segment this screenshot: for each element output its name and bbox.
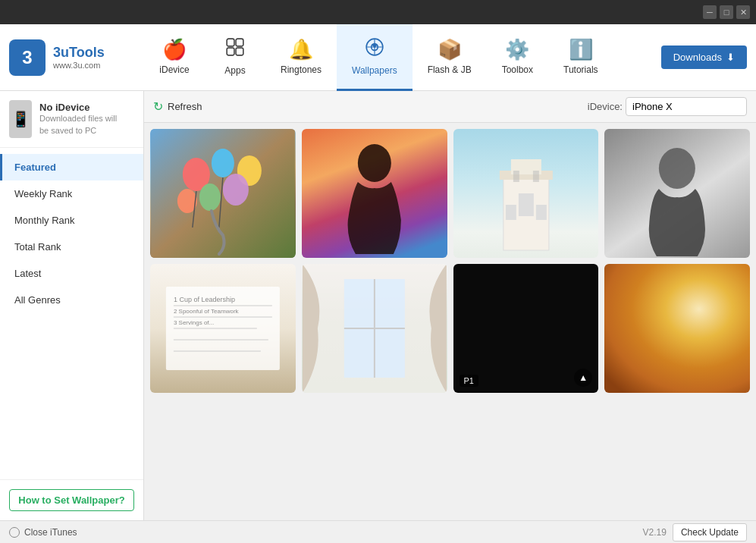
title-bar-controls: ─ □ ✕ (703, 5, 750, 19)
svg-rect-20 (532, 171, 538, 182)
device-select-dropdown[interactable]: iPhone X iPhone 8 iPhone 7 iPhone 6s iPa… (626, 97, 747, 116)
svg-text:3 Servings of...: 3 Servings of... (174, 319, 214, 326)
header-right: Downloads ⬇ (652, 46, 756, 69)
svg-text:1 Cup of Leadership: 1 Cup of Leadership (174, 296, 235, 303)
wallpaper-item-6[interactable] (302, 264, 447, 393)
tab-wallpapers-label: Wallpapers (352, 65, 397, 76)
page-indicator: P1 (460, 375, 478, 387)
sidebar-item-total-rank[interactable]: Total Rank (0, 234, 143, 260)
logo-area: 3 3uTools www.3u.com (0, 39, 144, 76)
svg-rect-0 (227, 39, 234, 46)
wallpaper-img-3 (453, 129, 599, 258)
tab-ringtones-label: Ringtones (281, 64, 322, 75)
refresh-button[interactable]: ↻ Refresh (153, 99, 202, 114)
how-to-wallpaper-link[interactable]: How to Set Wallpaper? (9, 489, 134, 511)
status-bar: Close iTunes V2.19 Check Update (0, 520, 756, 543)
app-url: www.3u.com (53, 61, 105, 70)
close-button[interactable]: ✕ (736, 5, 750, 19)
content-area: ↻ Refresh iDevice: iPhone X iPhone 8 iPh… (144, 91, 756, 520)
tab-apps[interactable]: Apps (205, 24, 265, 91)
tab-tutorials-label: Tutorials (563, 64, 598, 75)
device-info: 📱 No iDevice Downloaded files willbe sav… (0, 91, 143, 148)
tab-idevice-label: iDevice (159, 64, 189, 75)
wallpaper-img-6 (302, 264, 447, 393)
tab-wallpapers[interactable]: Wallpapers (337, 24, 413, 91)
svg-rect-1 (236, 39, 243, 46)
wallpaper-item-2[interactable] (302, 129, 447, 258)
wallpaper-img-1 (150, 129, 296, 258)
downloads-icon: ⬇ (726, 52, 735, 63)
tab-apps-label: Apps (224, 65, 245, 76)
close-itunes-area[interactable]: Close iTunes (9, 527, 77, 538)
svg-point-25 (659, 148, 695, 189)
flash-icon: 📦 (438, 38, 462, 61)
svg-point-14 (358, 144, 391, 182)
app-title: 3uTools (53, 45, 105, 61)
content-toolbar: ↻ Refresh iDevice: iPhone X iPhone 8 iPh… (144, 91, 756, 123)
sidebar-item-weekly-rank[interactable]: Weekly Rank (0, 180, 143, 207)
wallpaper-item-3[interactable] (453, 129, 599, 258)
title-bar: ─ □ ✕ (0, 0, 756, 24)
downloads-button[interactable]: Downloads ⬇ (661, 46, 747, 69)
svg-rect-2 (227, 48, 234, 55)
svg-rect-21 (518, 193, 533, 216)
nav-tabs: 🍎 iDevice Apps 🔔 Ringtones (144, 24, 652, 91)
svg-rect-3 (236, 48, 243, 55)
toolbox-icon: ⚙️ (505, 38, 529, 61)
sidebar-footer: How to Set Wallpaper? (0, 479, 143, 520)
sidebar: 📱 No iDevice Downloaded files willbe sav… (0, 91, 144, 520)
minimize-button[interactable]: ─ (703, 5, 717, 19)
sidebar-nav: Featured Weekly Rank Monthly Rank Total … (0, 148, 143, 479)
tab-toolbox-label: Toolbox (502, 64, 533, 75)
downloads-label: Downloads (673, 52, 722, 63)
svg-point-11 (223, 174, 249, 206)
wallpaper-grid: 1 Cup of Leadership 2 Spoonful of Teamwo… (144, 123, 756, 520)
main-content: 📱 No iDevice Downloaded files willbe sav… (0, 91, 756, 520)
sidebar-item-all-genres[interactable]: All Genres (0, 287, 143, 313)
device-select-area: iDevice: iPhone X iPhone 8 iPhone 7 iPho… (588, 97, 747, 116)
apps-icon (225, 37, 245, 62)
wallpaper-img-5: 1 Cup of Leadership 2 Spoonful of Teamwo… (150, 264, 296, 393)
svg-rect-23 (535, 205, 546, 220)
tab-tutorials[interactable]: ℹ️ Tutorials (548, 24, 613, 91)
device-name: No iDevice (39, 102, 117, 113)
wallpaper-item-4[interactable] (604, 129, 750, 258)
svg-point-8 (212, 149, 234, 177)
idevice-icon: 🍎 (162, 38, 187, 61)
wallpaper-img-8 (604, 264, 750, 393)
refresh-label: Refresh (168, 101, 202, 112)
device-subtext: Downloaded files willbe saved to PC (39, 113, 117, 137)
maximize-button[interactable]: □ (720, 5, 733, 19)
wallpaper-img-2 (302, 129, 447, 258)
wallpaper-item-8[interactable] (604, 264, 750, 393)
tab-flash-label: Flash & JB (428, 64, 472, 75)
svg-rect-22 (505, 205, 516, 220)
wallpapers-icon (365, 37, 384, 62)
sidebar-item-monthly-rank[interactable]: Monthly Rank (0, 207, 143, 234)
logo-icon: 3 (9, 39, 45, 76)
tab-toolbox[interactable]: ⚙️ Toolbox (487, 24, 548, 91)
check-update-button[interactable]: Check Update (673, 523, 747, 541)
sidebar-item-featured[interactable]: Featured (0, 154, 143, 180)
version-area: V2.19 Check Update (643, 523, 747, 541)
refresh-icon: ↻ (153, 99, 163, 114)
logo-text: 3uTools www.3u.com (53, 45, 105, 70)
tab-idevice[interactable]: 🍎 iDevice (144, 24, 205, 91)
tab-ringtones[interactable]: 🔔 Ringtones (265, 24, 337, 91)
wallpaper-item-5[interactable]: 1 Cup of Leadership 2 Spoonful of Teamwo… (150, 264, 296, 393)
tutorials-icon: ℹ️ (569, 38, 593, 61)
svg-rect-19 (513, 171, 519, 182)
close-itunes-label: Close iTunes (24, 527, 77, 538)
sidebar-item-latest[interactable]: Latest (0, 260, 143, 287)
itunes-circle-icon (9, 527, 20, 538)
device-icon: 📱 (9, 100, 32, 138)
wallpaper-item-1[interactable] (150, 129, 296, 258)
header: 3 3uTools www.3u.com 🍎 iDevice Apps 🔔 Ri… (0, 24, 756, 91)
device-select-label: iDevice: (588, 101, 623, 112)
tab-flash-jb[interactable]: 📦 Flash & JB (413, 24, 487, 91)
svg-text:2 Spoonful of Teamwork: 2 Spoonful of Teamwork (174, 308, 240, 315)
wallpaper-img-4 (604, 129, 750, 258)
version-label: V2.19 (643, 527, 667, 538)
svg-point-10 (199, 184, 221, 211)
wallpaper-item-7[interactable]: P1 ▲ (453, 264, 599, 393)
